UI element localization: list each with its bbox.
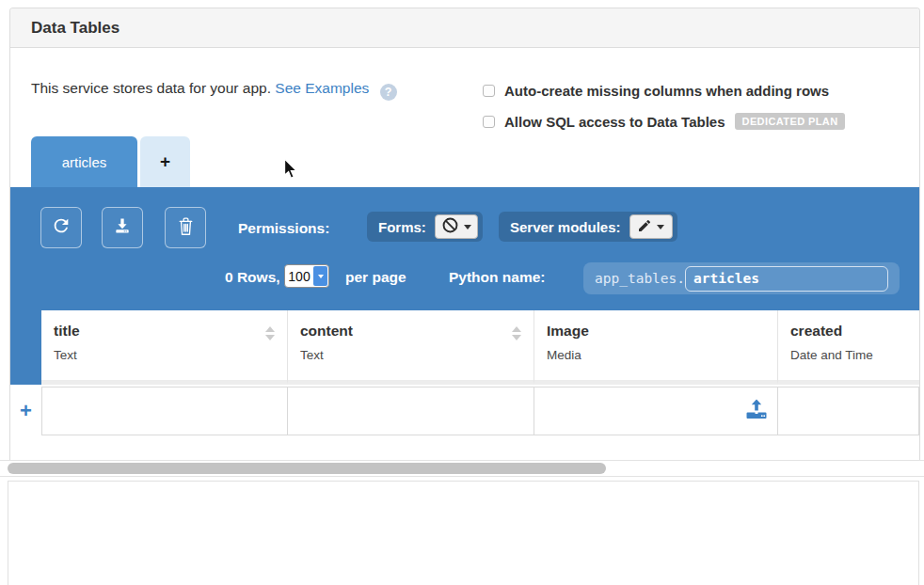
- refresh-button[interactable]: [40, 207, 82, 248]
- service-description: This service stores data for your app. S…: [31, 80, 397, 101]
- scroll-track-top-border: [0, 460, 924, 461]
- sort-arrows-icon[interactable]: [512, 326, 521, 340]
- tab-articles[interactable]: articles: [31, 136, 137, 187]
- forms-label: Forms:: [378, 219, 426, 235]
- pencil-icon: [637, 218, 652, 236]
- add-row-button[interactable]: +: [10, 387, 41, 435]
- column-type: Text: [54, 348, 287, 362]
- help-icon[interactable]: ?: [380, 84, 397, 101]
- new-row-cell-content[interactable]: [288, 387, 534, 435]
- data-tables-panel: Data Tables This service stores data for…: [9, 8, 920, 460]
- ban-icon: [441, 216, 459, 237]
- chevron-down-icon: [657, 225, 664, 229]
- server-modules-permission-dropdown[interactable]: [629, 214, 673, 239]
- column-type: Text: [300, 348, 534, 362]
- option-auto-create: Auto-create missing columns when adding …: [483, 83, 829, 99]
- sql-access-label: Allow SQL access to Data Tables: [504, 114, 725, 130]
- new-row-cell-created[interactable]: [778, 387, 919, 435]
- python-name-input[interactable]: [685, 266, 888, 292]
- column-header-created[interactable]: created Date and Time: [778, 310, 919, 385]
- column-header-title[interactable]: title Text: [41, 310, 288, 385]
- panel-title: Data Tables: [10, 8, 919, 48]
- new-row-cell-image[interactable]: [534, 387, 778, 435]
- column-name: content: [300, 323, 534, 340]
- grid-header-row: title Text content Text Image Media crea…: [10, 310, 919, 385]
- auto-create-checkbox[interactable]: [483, 85, 495, 97]
- column-header-content[interactable]: content Text: [288, 310, 534, 385]
- forms-permission-group: Forms:: [367, 212, 483, 242]
- sql-access-checkbox[interactable]: [483, 116, 495, 128]
- table-toolbar: Permissions: Forms: Server modules: 0 Ro…: [10, 187, 919, 310]
- python-name-group: app_tables.: [583, 262, 900, 294]
- sort-arrows-icon[interactable]: [265, 326, 275, 340]
- trash-icon: [177, 216, 195, 240]
- column-type: Date and Time: [790, 348, 919, 362]
- permissions-label: Permissions:: [238, 220, 329, 237]
- next-section-panel: [8, 481, 919, 585]
- delete-table-button[interactable]: [165, 207, 206, 248]
- see-examples-link[interactable]: See Examples: [275, 80, 369, 96]
- column-type: Media: [547, 348, 777, 362]
- option-sql-access: Allow SQL access to Data Tables DEDICATE…: [483, 113, 845, 130]
- grid-header-gutter: [10, 310, 41, 385]
- column-name: created: [790, 323, 919, 340]
- python-prefix: app_tables.: [595, 271, 685, 286]
- forms-permission-dropdown[interactable]: [435, 214, 478, 239]
- row-count-label: 0 Rows,: [225, 269, 280, 286]
- upload-media-icon[interactable]: [745, 400, 768, 423]
- chevron-down-icon: [464, 225, 471, 229]
- export-button[interactable]: [102, 207, 143, 248]
- refresh-icon: [51, 215, 72, 240]
- per-page-label: per page: [345, 269, 406, 286]
- auto-create-label: Auto-create missing columns when adding …: [504, 83, 829, 99]
- chevron-down-icon: [318, 275, 324, 278]
- scroll-track-bottom-border: [0, 476, 924, 477]
- page-size-select[interactable]: 100: [284, 264, 329, 288]
- new-row-cell-title[interactable]: [41, 387, 288, 435]
- download-icon: [113, 216, 132, 239]
- column-name: title: [54, 323, 287, 340]
- python-name-label: Python name:: [449, 269, 545, 286]
- select-caret-box: [313, 266, 327, 286]
- server-modules-label: Server modules:: [510, 219, 621, 235]
- description-text: This service stores data for your app.: [31, 80, 271, 96]
- new-row: +: [10, 387, 919, 435]
- column-name: Image: [547, 323, 777, 340]
- column-header-image[interactable]: Image Media: [534, 310, 778, 385]
- horizontal-scrollbar-thumb[interactable]: [8, 463, 606, 474]
- add-table-tab[interactable]: +: [140, 136, 190, 187]
- page-size-value: 100: [285, 269, 313, 284]
- server-modules-permission-group: Server modules:: [499, 212, 677, 242]
- dedicated-plan-badge: DEDICATED PLAN: [735, 113, 846, 130]
